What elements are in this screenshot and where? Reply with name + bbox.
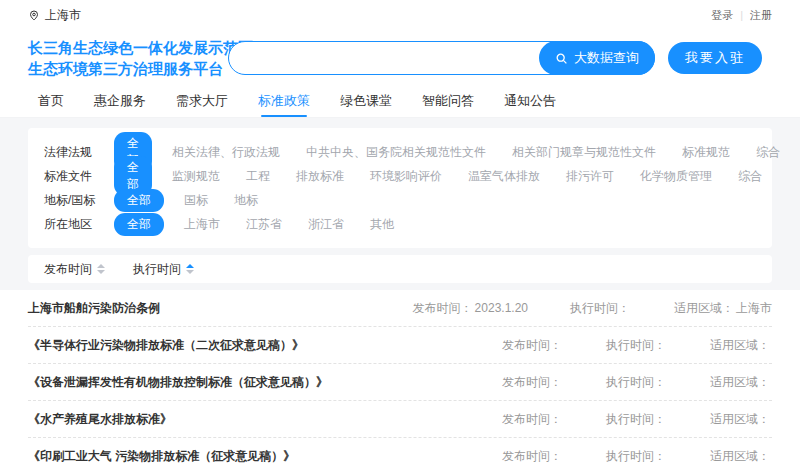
tab-home[interactable]: 首页: [38, 86, 64, 118]
filter-option[interactable]: 地标: [234, 192, 258, 209]
region-label: 适用区域：: [710, 411, 770, 428]
filter-option[interactable]: 化学物质管理: [640, 168, 712, 185]
sort-arrows-icon: [186, 264, 194, 274]
big-data-search-label: 大数据查询: [574, 49, 639, 67]
filter-option[interactable]: 排污许可: [566, 168, 614, 185]
filters-section: 法律法规 全部 相关法律、行政法规 中共中央、国务院相关规范性文件 相关部门规章…: [0, 118, 800, 290]
policy-row: 上海市船舶污染防治条例 发布时间：2023.1.20 执行时间： 适用区域：上海…: [28, 290, 772, 327]
tab-green-classroom[interactable]: 绿色课堂: [340, 86, 392, 118]
region-label: 适用区域：: [710, 337, 770, 354]
filter-row-region: 所在地区 全部 上海市 江苏省 浙江省 其他: [44, 212, 756, 236]
filter-option[interactable]: 相关部门规章与规范性文件: [512, 144, 656, 161]
filter-row-local-national: 地标/国标 全部 国标 地标: [44, 188, 756, 212]
filter-option[interactable]: 温室气体排放: [468, 168, 540, 185]
filter-row-standards: 标准文件 全部 监测规范 工程 排放标准 环境影响评价 温室气体排放 排污许可 …: [44, 164, 756, 188]
filter-option[interactable]: 工程: [246, 168, 270, 185]
policy-row: 《半导体行业污染物排放标准（二次征求意见稿）》 发布时间： 执行时间： 适用区域…: [28, 327, 772, 364]
join-us-button[interactable]: 我要入驻: [668, 42, 762, 74]
site-title-line1: 长三角生态绿色一体化发展示范区: [28, 37, 228, 58]
policy-title[interactable]: 《设备泄漏挥发性有机物排放控制标准（征求意见稿）》: [28, 374, 328, 391]
big-data-search-button[interactable]: 大数据查询: [539, 41, 655, 75]
exec-time-label: 执行时间：: [606, 448, 666, 465]
sort-by-exec-time[interactable]: 执行时间: [133, 261, 194, 278]
filter-panel: 法律法规 全部 相关法律、行政法规 中共中央、国务院相关规范性文件 相关部门规章…: [28, 128, 772, 248]
filter-option[interactable]: 综合: [756, 144, 780, 161]
location-pin-icon: [28, 9, 40, 22]
filter-label-laws: 法律法规: [44, 144, 114, 161]
filter-option[interactable]: 上海市: [184, 216, 220, 233]
publish-time-label: 发布时间：: [413, 300, 473, 317]
search-icon: [555, 52, 568, 65]
current-city-label[interactable]: 上海市: [45, 7, 81, 24]
site-title-line2: 生态环境第三方治理服务平台: [28, 58, 228, 79]
tab-enterprise-services[interactable]: 惠企服务: [94, 86, 146, 118]
exec-time-label: 执行时间：: [570, 300, 630, 317]
sort-arrows-icon: [97, 264, 105, 274]
policy-title[interactable]: 《半导体行业污染物排放标准（二次征求意见稿）》: [28, 337, 304, 354]
filter-all-pill[interactable]: 全部: [114, 189, 164, 212]
filter-option[interactable]: 综合: [738, 168, 762, 185]
publish-time-label: 发布时间：: [502, 337, 562, 354]
region-label: 适用区域：: [710, 374, 770, 391]
exec-time-label: 执行时间：: [606, 337, 666, 354]
filter-option[interactable]: 中共中央、国务院相关规范性文件: [306, 144, 486, 161]
filter-option[interactable]: 其他: [370, 216, 394, 233]
policy-title[interactable]: 《水产养殖尾水排放标准》: [28, 411, 172, 428]
exec-time-label: 执行时间：: [606, 411, 666, 428]
region-label: 适用区域：: [710, 448, 770, 465]
sort-bar: 发布时间 执行时间: [28, 255, 772, 283]
search-bar: 大数据查询: [228, 41, 655, 75]
region-value: 上海市: [736, 300, 772, 317]
publish-time-label: 发布时间：: [502, 448, 562, 465]
filter-option[interactable]: 国标: [184, 192, 208, 209]
filter-option[interactable]: 相关法律、行政法规: [172, 144, 280, 161]
publish-time-value: 2023.1.20: [475, 301, 528, 315]
site-title: 长三角生态绿色一体化发展示范区 生态环境第三方治理服务平台: [28, 37, 228, 79]
policy-list: 上海市船舶污染防治条例 发布时间：2023.1.20 执行时间： 适用区域：上海…: [0, 290, 800, 468]
filter-option[interactable]: 环境影响评价: [370, 168, 442, 185]
login-register-divider: |: [740, 9, 743, 21]
filter-label-region: 所在地区: [44, 216, 114, 233]
main-nav: 首页 惠企服务 需求大厅 标准政策 绿色课堂 智能问答 通知公告: [0, 86, 800, 118]
filter-label-standards: 标准文件: [44, 168, 114, 185]
header: 长三角生态绿色一体化发展示范区 生态环境第三方治理服务平台 大数据查询 我要入驻: [0, 30, 800, 86]
filter-option[interactable]: 排放标准: [296, 168, 344, 185]
topbar: 上海市 登录 | 注册: [0, 0, 800, 30]
register-link[interactable]: 注册: [750, 8, 772, 23]
tab-demand-hall[interactable]: 需求大厅: [176, 86, 228, 118]
sort-by-publish-time[interactable]: 发布时间: [44, 261, 105, 278]
filter-option[interactable]: 江苏省: [246, 216, 282, 233]
filter-option[interactable]: 监测规范: [172, 168, 220, 185]
tab-notices[interactable]: 通知公告: [504, 86, 556, 118]
tab-smart-qa[interactable]: 智能问答: [422, 86, 474, 118]
filter-label-local-national: 地标/国标: [44, 192, 114, 209]
policy-row: 《水产养殖尾水排放标准》 发布时间： 执行时间： 适用区域：: [28, 401, 772, 438]
publish-time-label: 发布时间：: [502, 411, 562, 428]
filter-row-laws: 法律法规 全部 相关法律、行政法规 中共中央、国务院相关规范性文件 相关部门规章…: [44, 140, 756, 164]
sort-exec-label: 执行时间: [133, 261, 181, 278]
sort-publish-label: 发布时间: [44, 261, 92, 278]
exec-time-label: 执行时间：: [606, 374, 666, 391]
policy-title[interactable]: 上海市船舶污染防治条例: [28, 300, 160, 317]
filter-option[interactable]: 浙江省: [308, 216, 344, 233]
filter-option[interactable]: 标准规范: [682, 144, 730, 161]
policy-row: 《设备泄漏挥发性有机物排放控制标准（征求意见稿）》 发布时间： 执行时间： 适用…: [28, 364, 772, 401]
filter-all-pill[interactable]: 全部: [114, 213, 164, 236]
region-label: 适用区域：: [674, 300, 734, 317]
publish-time-label: 发布时间：: [502, 374, 562, 391]
policy-title[interactable]: 《印刷工业大气 污染物排放标准（征求意见稿）》: [28, 448, 295, 465]
tab-standards-policy[interactable]: 标准政策: [258, 86, 310, 118]
login-link[interactable]: 登录: [711, 8, 733, 23]
policy-row: 《印刷工业大气 污染物排放标准（征求意见稿）》 发布时间： 执行时间： 适用区域…: [28, 438, 772, 468]
